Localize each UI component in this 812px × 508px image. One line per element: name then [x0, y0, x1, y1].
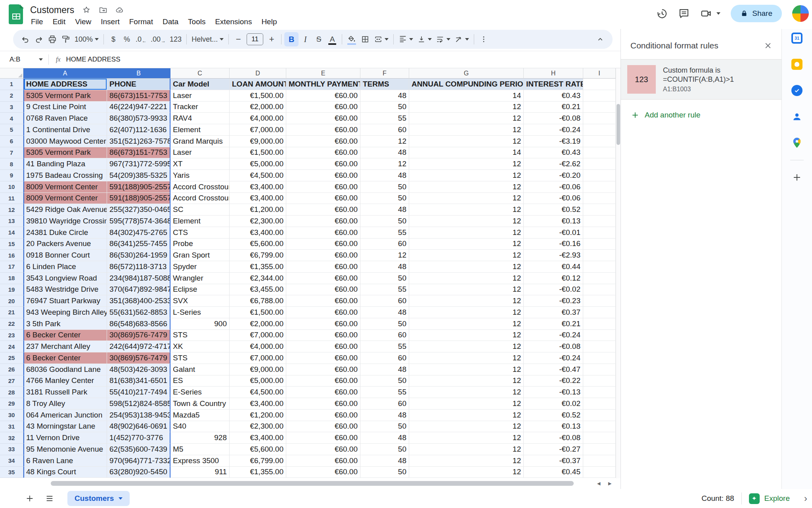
star-icon[interactable]: [82, 6, 91, 14]
cell-A6[interactable]: 03000 Maywood Center: [23, 136, 107, 147]
row-header-6[interactable]: 6: [0, 136, 23, 147]
cell-I26[interactable]: [583, 364, 616, 375]
cell-F7[interactable]: 48: [360, 147, 409, 159]
cell-A25[interactable]: 6 Becker Center: [23, 352, 107, 364]
cell-C10[interactable]: Accord Crosstour: [170, 181, 230, 193]
cell-C30[interactable]: Mazda5: [170, 410, 230, 421]
row-header-25[interactable]: 25: [0, 352, 23, 364]
cell-H27[interactable]: -€0.22: [524, 375, 583, 387]
row-header-12[interactable]: 12: [0, 204, 23, 216]
cell-D31[interactable]: €2,300.00: [230, 421, 286, 433]
cell-D32[interactable]: €3,400.00: [230, 432, 286, 444]
row-header-2[interactable]: 2: [0, 90, 23, 102]
cell-E3[interactable]: €60.00: [286, 102, 360, 113]
row-header-11[interactable]: 11: [0, 193, 23, 204]
cell-I5[interactable]: [583, 124, 616, 136]
cell-A20[interactable]: 76947 Stuart Parkway: [23, 295, 107, 307]
cell-H2[interactable]: €0.43: [524, 90, 583, 102]
cell-D9[interactable]: €4,500.00: [230, 170, 286, 181]
cell-A31[interactable]: 43 Morningstar Lane: [23, 421, 107, 433]
menu-edit[interactable]: Edit: [49, 17, 70, 27]
cell-G1[interactable]: ANNUAL COMPUNDING PERIOD: [409, 79, 524, 90]
undo-button[interactable]: [19, 32, 32, 46]
cell-H32[interactable]: -€0.08: [524, 432, 583, 444]
cell-E12[interactable]: €60.00: [286, 204, 360, 216]
cell-B23[interactable]: 30(869)576-7479: [107, 330, 170, 341]
cell-H29[interactable]: €0.02: [524, 398, 583, 410]
cell-H15[interactable]: -€0.16: [524, 239, 583, 250]
cell-A19[interactable]: 5483 Westridge Drive: [23, 284, 107, 296]
cell-E13[interactable]: €60.00: [286, 216, 360, 227]
cell-A23[interactable]: 6 Becker Center: [23, 330, 107, 341]
cell-C35[interactable]: 911: [170, 467, 230, 478]
cell-G32[interactable]: 12: [409, 432, 524, 444]
cell-C26[interactable]: Galant: [170, 364, 230, 375]
document-title[interactable]: Customers: [30, 5, 74, 15]
row-header-5[interactable]: 5: [0, 124, 23, 136]
cell-F16[interactable]: 12: [360, 250, 409, 261]
cell-C4[interactable]: RAV4: [170, 113, 230, 124]
row-header-19[interactable]: 19: [0, 284, 23, 296]
google-maps-icon[interactable]: [791, 137, 803, 149]
cell-B32[interactable]: 1(452)770-3776: [107, 432, 170, 444]
cell-F30[interactable]: 48: [360, 410, 409, 421]
cell-A21[interactable]: 943 Weeping Birch Alley: [23, 307, 107, 318]
cell-E31[interactable]: €60.00: [286, 421, 360, 433]
google-keep-icon[interactable]: [791, 58, 803, 70]
cell-B8[interactable]: 967(731)772-5995: [107, 158, 170, 170]
cell-I6[interactable]: [583, 136, 616, 147]
cell-C16[interactable]: Gran Sport: [170, 250, 230, 261]
cell-F2[interactable]: 48: [360, 90, 409, 102]
cell-D28[interactable]: €4,500.00: [230, 387, 286, 398]
cell-A7[interactable]: 5305 Vermont Park: [23, 147, 107, 159]
cell-D23[interactable]: €7,000.00: [230, 330, 286, 341]
cell-E11[interactable]: €60.00: [286, 193, 360, 204]
share-button[interactable]: Share: [731, 5, 782, 22]
cell-B12[interactable]: 255(327)350-0465: [107, 204, 170, 216]
cell-B29[interactable]: 598(512)824-8585: [107, 398, 170, 410]
cell-H11[interactable]: -€0.06: [524, 193, 583, 204]
cell-G5[interactable]: 12: [409, 124, 524, 136]
cell-H16[interactable]: -€2.93: [524, 250, 583, 261]
cell-B25[interactable]: 30(869)576-7479: [107, 352, 170, 364]
cell-D4[interactable]: €4,000.00: [230, 113, 286, 124]
format-currency-button[interactable]: $: [107, 32, 120, 46]
cell-D20[interactable]: €6,788.00: [230, 295, 286, 307]
cell-I28[interactable]: [583, 387, 616, 398]
cell-F23[interactable]: 60: [360, 330, 409, 341]
row-header-32[interactable]: 32: [0, 432, 23, 444]
all-sheets-button[interactable]: [43, 492, 56, 505]
cell-E21[interactable]: €60.00: [286, 307, 360, 318]
cell-G2[interactable]: 14: [409, 90, 524, 102]
cell-A15[interactable]: 20 Packers Avenue: [23, 239, 107, 250]
row-header-26[interactable]: 26: [0, 364, 23, 375]
cell-E1[interactable]: MONTHLY PAYMENT: [286, 79, 360, 90]
cell-D1[interactable]: LOAN AMOUNT: [230, 79, 286, 90]
cell-G20[interactable]: 12: [409, 295, 524, 307]
cell-D8[interactable]: €5,000.00: [230, 158, 286, 170]
row-header-4[interactable]: 4: [0, 113, 23, 124]
cell-C7[interactable]: Laser: [170, 147, 230, 159]
row-header-33[interactable]: 33: [0, 444, 23, 455]
cell-A16[interactable]: 0918 Bonner Court: [23, 250, 107, 261]
cell-E7[interactable]: €60.00: [286, 147, 360, 159]
cell-D33[interactable]: €5,600.00: [230, 444, 286, 455]
cell-F18[interactable]: 50: [360, 273, 409, 284]
cell-H23[interactable]: -€0.24: [524, 330, 583, 341]
cell-I3[interactable]: [583, 102, 616, 113]
scroll-left-arrow[interactable]: ◄: [596, 480, 601, 487]
explore-button[interactable]: ✦ Explore: [749, 493, 790, 504]
cell-A35[interactable]: 48 Kings Court: [23, 467, 107, 478]
cell-G27[interactable]: 12: [409, 375, 524, 387]
cell-H22[interactable]: €0.21: [524, 318, 583, 330]
selection-count[interactable]: Count: 88: [701, 494, 734, 503]
cell-F26[interactable]: 48: [360, 364, 409, 375]
cell-F4[interactable]: 55: [360, 113, 409, 124]
cell-C15[interactable]: Probe: [170, 239, 230, 250]
increase-font-size-button[interactable]: +: [265, 32, 278, 46]
more-toolbar-button[interactable]: [477, 32, 490, 46]
cell-G26[interactable]: 12: [409, 364, 524, 375]
cell-I4[interactable]: [583, 113, 616, 124]
cell-C12[interactable]: SC: [170, 204, 230, 216]
cell-E22[interactable]: €60.00: [286, 318, 360, 330]
